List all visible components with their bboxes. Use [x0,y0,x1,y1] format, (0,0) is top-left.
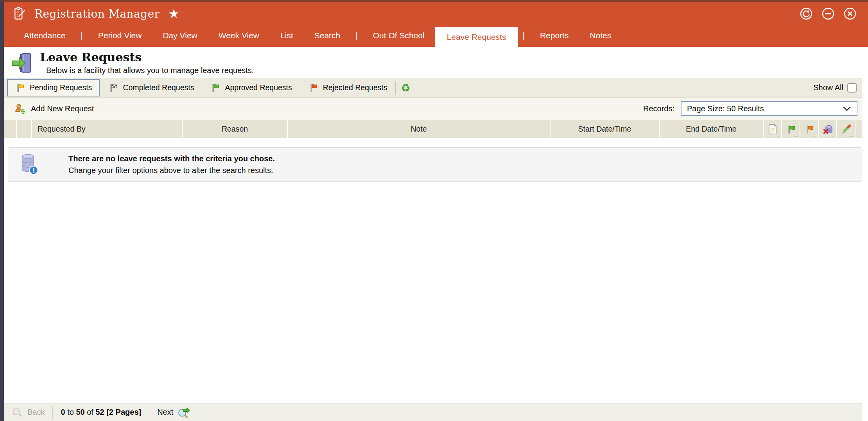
show-all-label: Show All [813,83,843,92]
column-header-requested-by: Requested By [32,120,183,138]
next-button[interactable]: Next [157,407,190,418]
nav-notes[interactable]: Notes [579,24,622,47]
column-header-blank [17,120,32,138]
pager-divider [149,406,149,419]
tab-completed-requests[interactable]: Completed Requests [100,78,202,98]
page-size-select[interactable]: Page Size: 50 Results [681,101,857,116]
add-new-request-button[interactable]: Add New Request [14,103,94,114]
pagination-bar: Back 0 to 50 of 52 [2 Pages] Next [4,403,862,421]
table-header: Requested By Reason Note Start Date/Time… [4,120,862,138]
nav-reports[interactable]: Reports [529,24,579,47]
range-text: of [85,408,96,416]
range-text: to [65,408,76,416]
red-flag-icon [308,83,318,93]
column-header-blank [4,120,17,138]
tab-label: Rejected Requests [323,83,387,92]
result-range: 0 to 50 of 52 [2 Pages] [61,408,141,417]
range-pages: [2 Pages] [104,408,141,416]
column-header-reject-flag[interactable]: .. [800,120,819,138]
title-bar: Registration Manager ★ [4,0,868,24]
column-header-approve-flag[interactable]: .. [782,120,800,138]
tab-label: Approved Requests [225,83,292,92]
next-label: Next [157,408,173,417]
pager-divider [52,406,53,419]
column-header-note: Note [288,120,551,138]
back-button[interactable]: Back [11,407,45,418]
yellow-flag-icon [15,83,25,93]
page-heading: Leave Requests Below is a facility that … [4,47,868,78]
column-resize-dots: .. [795,134,798,137]
empty-state-text: There are no leave requests with the cri… [68,153,275,176]
page-subtitle: Below is a facility that allows you to m… [46,66,254,75]
tab-rejected-requests[interactable]: Rejected Requests [300,78,395,98]
filter-divider [395,81,396,95]
column-resize-dots: .. [832,134,835,137]
chevron-down-icon [843,106,851,111]
column-header-start-date: Start Date/Time [551,120,660,138]
registration-manager-window: Registration Manager ★ [0,0,868,421]
main-column: Registration Manager ★ [4,0,868,421]
page-heading-text: Leave Requests Below is a facility that … [40,51,254,78]
range-total: 52 [95,408,104,416]
nav-leave-requests[interactable]: Leave Requests [435,27,518,47]
back-label: Back [27,408,45,417]
nav-separator: | [351,24,362,47]
nav-separator: | [76,24,87,47]
add-new-request-label: Add New Request [31,104,94,113]
show-all-control: Show All [813,83,858,93]
range-end: 50 [76,408,84,416]
nav-attendance[interactable]: Attendance [13,24,76,47]
nav-out-of-school[interactable]: Out Of School [362,24,435,47]
column-header-delete[interactable]: .. [819,120,837,138]
filter-bar: Pending Requests Completed Requests [4,78,862,98]
empty-state-subtitle: Change your filter options above to alte… [68,164,275,176]
window-controls [800,7,856,20]
empty-state-box: There are no leave requests with the cri… [8,147,862,182]
add-user-icon [14,103,26,114]
main-nav: Attendance | Period View Day View Week V… [4,24,868,47]
column-resize-dots: .. [813,134,817,137]
window-left-edge [0,0,4,421]
nav-search[interactable]: Search [304,24,351,47]
favorite-star-icon[interactable]: ★ [168,7,179,20]
records-control: Records: Page Size: 50 Results [643,101,857,116]
content-whitespace [4,182,868,403]
column-header-reason: Reason [183,120,288,138]
minimize-icon[interactable] [822,7,834,20]
leave-door-icon [11,52,34,75]
green-flag-icon [210,83,220,93]
nav-week-view[interactable]: Week View [208,24,270,47]
results-area: There are no leave requests with the cri… [8,147,862,182]
tab-label: Completed Requests [123,83,194,92]
next-icon [177,407,190,418]
nav-period-view[interactable]: Period View [88,24,152,47]
page-title: Leave Requests [40,51,254,64]
clipboard-pencil-icon [13,6,27,21]
column-header-filler [855,120,862,138]
show-all-checkbox[interactable] [847,83,857,93]
refresh-icon[interactable] [800,7,812,20]
records-label: Records: [643,104,674,113]
orange-flag-icon [804,124,814,134]
app-title: Registration Manager [34,7,160,20]
column-resize-dots: .. [850,134,854,137]
tab-approved-requests[interactable]: Approved Requests [202,78,299,98]
toolbar-row: Add New Request Records: Page Size: 50 R… [4,98,862,120]
green-flag-icon [786,124,796,134]
column-header-note-icon[interactable]: .. [764,120,782,138]
back-icon [11,407,23,418]
database-info-icon [20,153,39,176]
column-header-edit[interactable]: .. [837,120,855,138]
nav-day-view[interactable]: Day View [152,24,208,47]
range-start: 0 [61,408,65,416]
empty-state-title: There are no leave requests with the cri… [68,153,275,164]
recycle-icon[interactable]: ♻ [401,82,411,94]
nav-list[interactable]: List [270,24,304,47]
tab-pending-requests[interactable]: Pending Requests [7,79,100,96]
app-header: Registration Manager ★ [4,0,868,47]
note-icon [768,124,777,135]
close-icon[interactable] [844,7,856,20]
window-top-edge [0,0,868,2]
column-header-end-date: End Date/Time [660,120,764,138]
checkered-flag-icon [108,83,118,93]
